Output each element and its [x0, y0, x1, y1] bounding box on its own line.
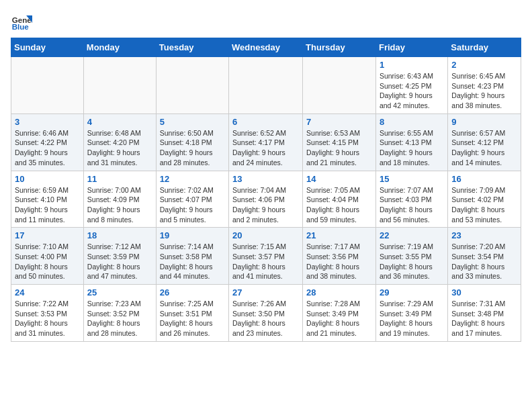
calendar-week-row: 1 Sunrise: 6:43 AMSunset: 4:25 PMDayligh… — [11, 57, 521, 114]
day-info: Sunrise: 7:26 AMSunset: 3:50 PMDaylight:… — [232, 299, 299, 338]
day-number: 22 — [380, 230, 444, 240]
logo-icon: General Blue — [11, 11, 32, 32]
day-number: 24 — [15, 287, 80, 298]
calendar-cell: 10 Sunrise: 6:59 AMSunset: 4:10 PMDaylig… — [11, 171, 84, 228]
day-number: 15 — [380, 174, 444, 184]
day-info: Sunrise: 7:29 AMSunset: 3:49 PMDaylight:… — [380, 299, 444, 338]
calendar-table: SundayMondayTuesdayWednesdayThursdayFrid… — [11, 38, 521, 342]
calendar-cell: 15 Sunrise: 7:07 AMSunset: 4:03 PMDaylig… — [375, 171, 447, 228]
day-info: Sunrise: 7:22 AMSunset: 3:53 PMDaylight:… — [15, 299, 80, 338]
calendar-cell: 17 Sunrise: 7:10 AMSunset: 4:00 PMDaylig… — [11, 228, 84, 285]
calendar-cell: 21 Sunrise: 7:17 AMSunset: 3:56 PMDaylig… — [303, 228, 376, 285]
day-number: 28 — [306, 287, 372, 298]
day-number: 1 — [380, 60, 444, 70]
calendar-cell: 1 Sunrise: 6:43 AMSunset: 4:25 PMDayligh… — [375, 57, 447, 114]
day-number: 8 — [380, 117, 444, 127]
weekday-header-friday: Friday — [375, 38, 447, 57]
weekday-header-tuesday: Tuesday — [156, 38, 228, 57]
calendar-cell: 8 Sunrise: 6:55 AMSunset: 4:13 PMDayligh… — [375, 113, 447, 171]
day-info: Sunrise: 7:14 AMSunset: 3:58 PMDaylight:… — [160, 242, 225, 281]
calendar-cell: 16 Sunrise: 7:09 AMSunset: 4:02 PMDaylig… — [448, 171, 521, 228]
day-number: 4 — [87, 117, 152, 127]
calendar-cell: 24 Sunrise: 7:22 AMSunset: 3:53 PMDaylig… — [11, 285, 84, 342]
calendar-cell — [229, 57, 303, 114]
day-info: Sunrise: 6:43 AMSunset: 4:25 PMDaylight:… — [380, 71, 444, 111]
day-number: 10 — [15, 174, 80, 184]
calendar-cell: 30 Sunrise: 7:31 AMSunset: 3:48 PMDaylig… — [448, 285, 521, 342]
calendar-cell: 2 Sunrise: 6:45 AMSunset: 4:23 PMDayligh… — [448, 57, 521, 114]
calendar-cell: 7 Sunrise: 6:53 AMSunset: 4:15 PMDayligh… — [303, 113, 376, 171]
day-number: 2 — [451, 60, 517, 70]
day-info: Sunrise: 7:09 AMSunset: 4:02 PMDaylight:… — [451, 185, 517, 225]
day-number: 3 — [15, 117, 80, 127]
day-info: Sunrise: 7:10 AMSunset: 4:00 PMDaylight:… — [15, 242, 80, 281]
day-info: Sunrise: 7:05 AMSunset: 4:04 PMDaylight:… — [306, 185, 372, 225]
day-number: 27 — [232, 287, 299, 298]
calendar-cell: 27 Sunrise: 7:26 AMSunset: 3:50 PMDaylig… — [229, 285, 303, 342]
weekday-header-saturday: Saturday — [448, 38, 521, 57]
day-number: 12 — [160, 174, 225, 184]
day-info: Sunrise: 6:46 AMSunset: 4:22 PMDaylight:… — [15, 128, 80, 168]
calendar-cell: 12 Sunrise: 7:02 AMSunset: 4:07 PMDaylig… — [156, 171, 228, 228]
day-number: 30 — [451, 287, 517, 298]
calendar-cell: 22 Sunrise: 7:19 AMSunset: 3:55 PMDaylig… — [375, 228, 447, 285]
day-info: Sunrise: 6:50 AMSunset: 4:18 PMDaylight:… — [160, 128, 225, 168]
day-info: Sunrise: 7:20 AMSunset: 3:54 PMDaylight:… — [451, 242, 517, 281]
calendar-cell — [83, 57, 156, 114]
day-info: Sunrise: 7:28 AMSunset: 3:49 PMDaylight:… — [306, 299, 372, 338]
weekday-header-wednesday: Wednesday — [229, 38, 303, 57]
svg-text:Blue: Blue — [12, 23, 30, 31]
day-number: 16 — [451, 174, 517, 184]
day-number: 5 — [160, 117, 225, 127]
day-info: Sunrise: 7:00 AMSunset: 4:09 PMDaylight:… — [87, 185, 152, 225]
day-info: Sunrise: 7:17 AMSunset: 3:56 PMDaylight:… — [306, 242, 372, 281]
calendar-cell: 29 Sunrise: 7:29 AMSunset: 3:49 PMDaylig… — [375, 285, 447, 342]
day-number: 23 — [451, 230, 517, 240]
calendar-cell: 26 Sunrise: 7:25 AMSunset: 3:51 PMDaylig… — [156, 285, 228, 342]
day-info: Sunrise: 6:48 AMSunset: 4:20 PMDaylight:… — [87, 128, 152, 168]
calendar-cell — [11, 57, 84, 114]
calendar-cell: 5 Sunrise: 6:50 AMSunset: 4:18 PMDayligh… — [156, 113, 228, 171]
day-info: Sunrise: 6:59 AMSunset: 4:10 PMDaylight:… — [15, 185, 80, 225]
logo: General Blue — [11, 11, 35, 32]
calendar-cell: 6 Sunrise: 6:52 AMSunset: 4:17 PMDayligh… — [229, 113, 303, 171]
day-number: 14 — [306, 174, 372, 184]
day-number: 20 — [232, 230, 299, 240]
calendar-cell: 14 Sunrise: 7:05 AMSunset: 4:04 PMDaylig… — [303, 171, 376, 228]
day-number: 9 — [451, 117, 517, 127]
day-info: Sunrise: 6:45 AMSunset: 4:23 PMDaylight:… — [451, 71, 517, 111]
day-number: 26 — [160, 287, 225, 298]
day-info: Sunrise: 6:55 AMSunset: 4:13 PMDaylight:… — [380, 128, 444, 168]
calendar-week-row: 10 Sunrise: 6:59 AMSunset: 4:10 PMDaylig… — [11, 171, 521, 228]
day-info: Sunrise: 6:52 AMSunset: 4:17 PMDaylight:… — [232, 128, 299, 168]
day-info: Sunrise: 7:25 AMSunset: 3:51 PMDaylight:… — [160, 299, 225, 338]
page-header: General Blue — [11, 11, 521, 32]
calendar-week-row: 24 Sunrise: 7:22 AMSunset: 3:53 PMDaylig… — [11, 285, 521, 342]
calendar-cell: 20 Sunrise: 7:15 AMSunset: 3:57 PMDaylig… — [229, 228, 303, 285]
day-number: 29 — [380, 287, 444, 298]
day-info: Sunrise: 7:19 AMSunset: 3:55 PMDaylight:… — [380, 242, 444, 281]
day-number: 18 — [87, 230, 152, 240]
calendar-cell: 9 Sunrise: 6:57 AMSunset: 4:12 PMDayligh… — [448, 113, 521, 171]
calendar-week-row: 3 Sunrise: 6:46 AMSunset: 4:22 PMDayligh… — [11, 113, 521, 171]
day-info: Sunrise: 7:07 AMSunset: 4:03 PMDaylight:… — [380, 185, 444, 225]
day-info: Sunrise: 7:12 AMSunset: 3:59 PMDaylight:… — [87, 242, 152, 281]
day-number: 25 — [87, 287, 152, 298]
calendar-cell — [303, 57, 376, 114]
day-number: 6 — [232, 117, 299, 127]
weekday-header-monday: Monday — [83, 38, 156, 57]
day-info: Sunrise: 7:23 AMSunset: 3:52 PMDaylight:… — [87, 299, 152, 338]
day-number: 19 — [160, 230, 225, 240]
calendar-cell: 3 Sunrise: 6:46 AMSunset: 4:22 PMDayligh… — [11, 113, 84, 171]
day-info: Sunrise: 7:31 AMSunset: 3:48 PMDaylight:… — [451, 299, 517, 338]
calendar-cell: 4 Sunrise: 6:48 AMSunset: 4:20 PMDayligh… — [83, 113, 156, 171]
day-info: Sunrise: 6:53 AMSunset: 4:15 PMDaylight:… — [306, 128, 372, 168]
day-info: Sunrise: 7:02 AMSunset: 4:07 PMDaylight:… — [160, 185, 225, 225]
calendar-cell: 23 Sunrise: 7:20 AMSunset: 3:54 PMDaylig… — [448, 228, 521, 285]
calendar-header-row: SundayMondayTuesdayWednesdayThursdayFrid… — [11, 38, 521, 57]
calendar-cell: 28 Sunrise: 7:28 AMSunset: 3:49 PMDaylig… — [303, 285, 376, 342]
day-info: Sunrise: 7:15 AMSunset: 3:57 PMDaylight:… — [232, 242, 299, 281]
day-number: 11 — [87, 174, 152, 184]
day-number: 7 — [306, 117, 372, 127]
weekday-header-thursday: Thursday — [303, 38, 376, 57]
